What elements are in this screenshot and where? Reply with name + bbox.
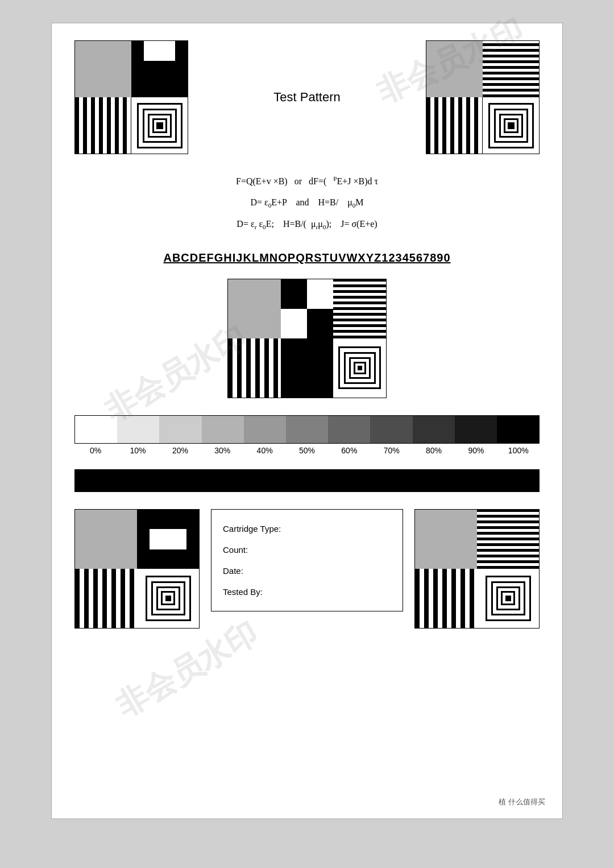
date-label: Date:: [223, 561, 391, 580]
blp-vstripes: [75, 569, 137, 628]
formula-section: F=Q(E+v ×B) or dF=( PE+J ×B)d τ D= ε0E+P…: [74, 171, 540, 234]
gs-80: [413, 416, 455, 443]
quadrant-black: [131, 41, 188, 97]
label-50: 50%: [286, 446, 328, 455]
quadrant-vstripes-r: [426, 97, 483, 154]
label-80: 80%: [413, 446, 455, 455]
tested-by-label: Tested By:: [223, 582, 391, 601]
brp-vstripes: [415, 569, 477, 628]
formula-line3: D= εr ε0E; H=B/( μrμ0); J= σ(E+e): [74, 214, 540, 234]
cp-gray: [228, 279, 281, 338]
gs-20: [159, 416, 201, 443]
watermark-bot: 非会员水印: [109, 613, 265, 728]
blp-gray: [75, 510, 137, 569]
label-10: 10%: [117, 446, 159, 455]
brp-gray: [415, 510, 477, 569]
label-30: 30%: [201, 446, 243, 455]
label-90: 90%: [455, 446, 497, 455]
bottom-right-pattern: [414, 509, 540, 629]
label-0: 0%: [74, 446, 117, 455]
quadrant-gray: [75, 41, 131, 97]
blp-nested: [137, 569, 199, 628]
gs-90: [455, 416, 497, 443]
quadrant-nested: [131, 97, 188, 154]
gs-30: [202, 416, 244, 443]
grayscale-labels: 0% 10% 20% 30% 40% 50% 60% 70% 80% 90% 1…: [74, 446, 540, 455]
label-20: 20%: [159, 446, 201, 455]
gs-40: [244, 416, 286, 443]
grayscale-section: 0% 10% 20% 30% 40% 50% 60% 70% 80% 90% 1…: [74, 415, 540, 455]
quadrant-gray-r: [426, 41, 483, 97]
brp-nested: [477, 569, 539, 628]
cp-hstripes: [333, 279, 386, 338]
gs-50: [286, 416, 328, 443]
info-box: Cartridge Type: Count: Date: Tested By:: [211, 509, 403, 611]
cartridge-type-label: Cartridge Type:: [223, 519, 391, 538]
black-bar: [74, 469, 540, 492]
cp-blackwhite: [281, 279, 334, 338]
main-page: 非会员水印 非会员水印 非会员水印 Test Pattern: [51, 23, 563, 819]
center-pattern-wrap: [74, 279, 540, 398]
center-pattern: [227, 279, 387, 398]
gs-70: [370, 416, 412, 443]
blp-black: [137, 510, 199, 569]
label-40: 40%: [243, 446, 285, 455]
gs-100: [497, 416, 539, 443]
page-title: Test Pattern: [188, 90, 426, 105]
label-70: 70%: [371, 446, 413, 455]
bottom-watermark-label: 植 什么值得买: [499, 797, 545, 807]
grayscale-bar: [74, 415, 540, 444]
top-right-pattern: [426, 40, 540, 154]
count-label: Count:: [223, 540, 391, 559]
cp-black2: [281, 338, 334, 398]
bottom-left-pattern: [74, 509, 200, 629]
top-row: Test Pattern: [74, 40, 540, 154]
quadrant-vstripes: [75, 97, 131, 154]
alphabet-section: ABCDEFGHIJKLMNOPQRSTUVWXYZ1234567890: [74, 251, 540, 264]
top-left-pattern: [74, 40, 188, 154]
cp-nested: [333, 338, 386, 398]
brp-hstripes: [477, 510, 539, 569]
label-100: 100%: [497, 446, 540, 455]
label-60: 60%: [328, 446, 370, 455]
gs-0: [75, 416, 117, 443]
formula-line1: F=Q(E+v ×B) or dF=( PE+J ×B)d τ: [74, 171, 540, 191]
cp-vstripes: [228, 338, 281, 398]
quadrant-black-r: [483, 41, 539, 97]
quadrant-nested-r: [483, 97, 539, 154]
gs-60: [328, 416, 370, 443]
formula-line2: D= ε0E+P and H=B/ μ0M: [74, 192, 540, 213]
bottom-row: Cartridge Type: Count: Date: Tested By:: [74, 509, 540, 629]
gs-10: [117, 416, 159, 443]
